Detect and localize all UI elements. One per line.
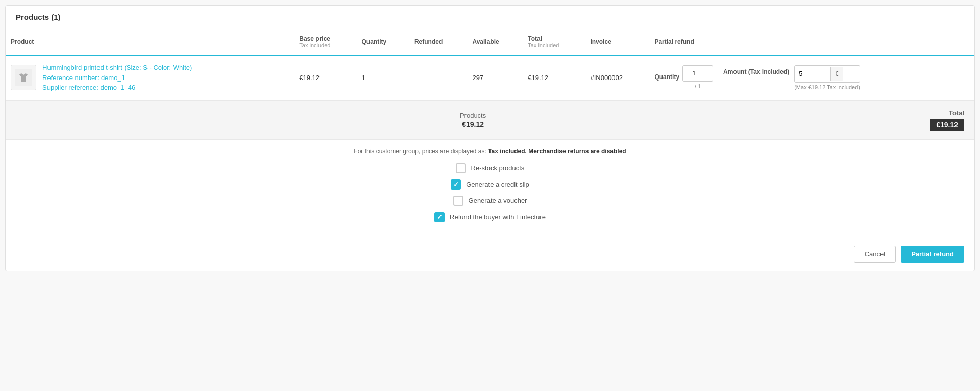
restock-checkbox[interactable] <box>456 163 466 173</box>
partial-refund-button[interactable]: Partial refund <box>901 246 964 263</box>
amount-input-row: € <box>794 65 860 83</box>
summary-products-value: €19.12 <box>462 120 484 128</box>
qty-refund-wrapper: Quantity / 1 <box>654 65 713 89</box>
product-ref-link[interactable]: Reference number: demo_1 <box>42 73 192 83</box>
th-quantity: Quantity <box>357 29 409 55</box>
section-header: Products (1) <box>6 6 974 29</box>
summary-total: Total €19.12 <box>930 109 964 131</box>
total-badge: €19.12 <box>930 119 964 131</box>
actions-row: Cancel Partial refund <box>6 241 974 271</box>
credit-slip-checkbox[interactable] <box>451 179 461 190</box>
base-price-cell: €19.12 <box>294 55 356 100</box>
th-base-price: Base price Tax included <box>294 29 356 55</box>
qty-refund-input[interactable] <box>682 65 713 82</box>
th-total: Total Tax included <box>523 29 585 55</box>
th-partial-refund: Partial refund <box>649 29 974 55</box>
info-text: For this customer group, prices are disp… <box>16 148 964 155</box>
cancel-button[interactable]: Cancel <box>854 246 896 263</box>
invoice-cell: #IN000002 <box>585 55 649 100</box>
summary-products-label: Products <box>460 112 486 119</box>
product-image <box>11 65 36 90</box>
quantity-cell: 1 <box>357 55 409 100</box>
product-name-link[interactable]: Hummingbird printed t-shirt (Size: S - C… <box>42 63 192 73</box>
fintecture-checkbox[interactable] <box>434 212 445 222</box>
credit-slip-checkbox-item[interactable]: Generate a credit slip <box>451 179 529 190</box>
voucher-label: Generate a voucher <box>469 197 527 204</box>
refunded-cell <box>409 55 467 100</box>
restock-label: Re-stock products <box>471 164 525 172</box>
amount-refund-input[interactable] <box>795 66 830 82</box>
products-table: Product Base price Tax included Quantity… <box>6 29 974 100</box>
product-supplier-ref-link[interactable]: Supplier reference: demo_1_46 <box>42 83 192 93</box>
total-label: Total <box>949 109 964 117</box>
qty-input-wrapper: / 1 <box>682 65 713 89</box>
restock-checkbox-item[interactable]: Re-stock products <box>456 163 525 173</box>
fintecture-label: Refund the buyer with Fintecture <box>450 213 546 221</box>
available-cell: 297 <box>467 55 523 100</box>
partial-refund-cell: Quantity / 1 Amount (Tax included) € <box>649 55 974 100</box>
amount-label: Amount (Tax included) <box>723 65 789 75</box>
amount-currency: € <box>830 67 843 81</box>
products-panel: Products (1) Product Base price Tax incl… <box>5 5 975 271</box>
credit-slip-label: Generate a credit slip <box>466 180 529 188</box>
amount-max-note: (Max €19.12 Tax included) <box>794 84 860 90</box>
info-section: For this customer group, prices are disp… <box>6 140 974 241</box>
product-cell: Hummingbird printed t-shirt (Size: S - C… <box>6 55 294 100</box>
th-available: Available <box>467 29 523 55</box>
qty-max-label: / 1 <box>695 83 701 89</box>
summary-products: Products €19.12 <box>16 112 930 128</box>
total-cell: €19.12 <box>523 55 585 100</box>
voucher-checkbox[interactable] <box>453 196 463 206</box>
table-row: Hummingbird printed t-shirt (Size: S - C… <box>6 55 974 100</box>
product-links: Hummingbird printed t-shirt (Size: S - C… <box>42 63 192 93</box>
amount-input-wrapper: € (Max €19.12 Tax included) <box>794 65 860 90</box>
summary-row: Products €19.12 Total €19.12 <box>6 100 974 140</box>
fintecture-checkbox-item[interactable]: Refund the buyer with Fintecture <box>434 212 546 222</box>
voucher-checkbox-item[interactable]: Generate a voucher <box>453 196 527 206</box>
th-refunded: Refunded <box>409 29 467 55</box>
qty-label: Quantity <box>654 73 679 81</box>
section-title: Products (1) <box>16 13 61 21</box>
checkboxes-section: Re-stock products Generate a credit slip… <box>16 163 964 222</box>
th-invoice: Invoice <box>585 29 649 55</box>
th-product: Product <box>6 29 294 55</box>
